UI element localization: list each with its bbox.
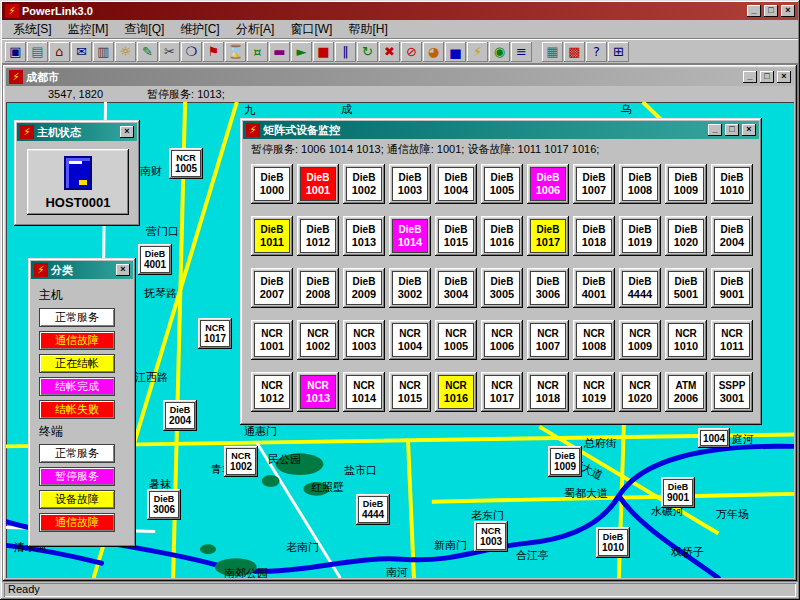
menu-item-3[interactable]: 查询[Q] xyxy=(117,20,171,39)
device-button-dieb-9001[interactable]: DieB9001 xyxy=(711,268,753,308)
device-button-dieb-1004[interactable]: DieB1004 xyxy=(435,164,477,204)
device-button-dieb-1003[interactable]: DieB1003 xyxy=(389,164,431,204)
minimize-button[interactable]: _ xyxy=(747,5,761,17)
clock-icon-button[interactable]: ⌛ xyxy=(225,42,246,62)
device-button-dieb-2007[interactable]: DieB2007 xyxy=(251,268,293,308)
lightning-icon-button[interactable]: ⚡ xyxy=(467,42,488,62)
pie-chart-icon-button[interactable]: ◕ xyxy=(423,42,444,62)
device-button-ncr-1014[interactable]: NCR1014 xyxy=(343,372,385,412)
maximize-button[interactable]: □ xyxy=(764,5,778,17)
device-button-dieb-4444[interactable]: DieB4444 xyxy=(356,494,390,525)
device-button-dieb-1019[interactable]: DieB1019 xyxy=(619,216,661,256)
device-button-ncr-1016[interactable]: NCR1016 xyxy=(435,372,477,412)
map-close-button[interactable]: × xyxy=(777,71,791,83)
device-button-ncr-1002[interactable]: NCR1002 xyxy=(297,320,339,360)
device-button-ncr-1001[interactable]: NCR1001 xyxy=(251,320,293,360)
device-button-ncr-1005[interactable]: NCR1005 xyxy=(435,320,477,360)
device-button-ncr-1002[interactable]: NCR1002 xyxy=(224,446,258,477)
menu-item-6[interactable]: 窗口[W] xyxy=(283,20,339,39)
menu-item-5[interactable]: 分析[A] xyxy=(229,20,282,39)
flag-icon-button[interactable]: ⚑ xyxy=(203,42,224,62)
matrix-maximize-button[interactable]: □ xyxy=(725,124,739,136)
terminal-icon-button[interactable]: ▤ xyxy=(27,42,48,62)
device-button-ncr-1008[interactable]: NCR1008 xyxy=(573,320,615,360)
device-button-dieb-3004[interactable]: DieB3004 xyxy=(435,268,477,308)
host-button[interactable]: HOST0001 xyxy=(27,149,129,215)
device-button-dieb-1007[interactable]: DieB1007 xyxy=(573,164,615,204)
device-button-dieb-1009[interactable]: DieB1009 xyxy=(548,446,582,477)
bar-chart-icon-button[interactable]: ▅ xyxy=(445,42,466,62)
matrix-close-button[interactable]: × xyxy=(742,124,756,136)
legend-titlebar[interactable]: ⚡ 分类 × xyxy=(31,261,133,279)
device-button-dieb-4001[interactable]: DieB4001 xyxy=(138,244,172,275)
device-button-dieb-1001[interactable]: DieB1001 xyxy=(297,164,339,204)
device-button-ncr-1017[interactable]: NCR1017 xyxy=(198,318,232,349)
device-button-ncr-1018[interactable]: NCR1018 xyxy=(527,372,569,412)
map-maximize-button[interactable]: □ xyxy=(760,71,774,83)
menu-item-4[interactable]: 维护[C] xyxy=(173,20,226,39)
lamp-icon-button[interactable]: ☼ xyxy=(115,42,136,62)
device-button-dieb-1009[interactable]: DieB1009 xyxy=(665,164,707,204)
device-button-dieb-1008[interactable]: DieB1008 xyxy=(619,164,661,204)
map-minimize-button[interactable]: _ xyxy=(743,71,757,83)
menu-item-1[interactable]: 系统[S] xyxy=(6,20,59,39)
device-button-ncr-1003[interactable]: NCR1003 xyxy=(474,521,508,552)
help-icon-button[interactable]: ? xyxy=(586,42,607,62)
device-button-dieb-3006[interactable]: DieB3006 xyxy=(147,489,181,520)
search-icon-button[interactable]: ❍ xyxy=(181,42,202,62)
map-icon-button[interactable]: ⌂ xyxy=(49,42,70,62)
host-titlebar[interactable]: ⚡ 主机状态 × xyxy=(17,123,137,141)
device-button-dieb-4444[interactable]: DieB4444 xyxy=(619,268,661,308)
device-button-dieb-1017[interactable]: DieB1017 xyxy=(527,216,569,256)
globe-icon-button[interactable]: ◉ xyxy=(489,42,510,62)
money-icon-button[interactable]: ¤ xyxy=(247,42,268,62)
device-button-1004[interactable]: 1004 xyxy=(698,428,730,448)
device-button-ncr-1004[interactable]: NCR1004 xyxy=(389,320,431,360)
menu-item-2[interactable]: 监控[M] xyxy=(61,20,116,39)
device-button-ncr-1015[interactable]: NCR1015 xyxy=(389,372,431,412)
device-button-dieb-3005[interactable]: DieB3005 xyxy=(481,268,523,308)
device-button-dieb-2004[interactable]: DieB2004 xyxy=(163,400,197,431)
device-button-dieb-2004[interactable]: DieB2004 xyxy=(711,216,753,256)
device-button-ncr-1011[interactable]: NCR1011 xyxy=(711,320,753,360)
device-button-dieb-1018[interactable]: DieB1018 xyxy=(573,216,615,256)
legend-close-button[interactable]: × xyxy=(116,264,130,276)
device-button-dieb-1010[interactable]: DieB1010 xyxy=(711,164,753,204)
device-button-ncr-1010[interactable]: NCR1010 xyxy=(665,320,707,360)
device-button-dieb-1013[interactable]: DieB1013 xyxy=(343,216,385,256)
device-button-ncr-1020[interactable]: NCR1020 xyxy=(619,372,661,412)
device-button-dieb-1010[interactable]: DieB1010 xyxy=(596,527,630,558)
main-titlebar[interactable]: ⚡ PowerLink3.0 _ □ × xyxy=(2,2,798,20)
device-button-dieb-3006[interactable]: DieB3006 xyxy=(527,268,569,308)
device-button-dieb-1012[interactable]: DieB1012 xyxy=(297,216,339,256)
device-button-ncr-1005[interactable]: NCR1005 xyxy=(169,148,203,179)
device-button-dieb-1000[interactable]: DieB1000 xyxy=(251,164,293,204)
device-button-ncr-1019[interactable]: NCR1019 xyxy=(573,372,615,412)
cut-icon-button[interactable]: ✂ xyxy=(159,42,180,62)
device-button-ncr-1017[interactable]: NCR1017 xyxy=(481,372,523,412)
matrix-status-icon-button[interactable]: ▩ xyxy=(564,42,585,62)
matrix-titlebar[interactable]: ⚡ 矩阵式设备监控 _ □ × xyxy=(243,121,759,139)
menu-item-7[interactable]: 帮助[H] xyxy=(341,20,394,39)
device-button-dieb-3002[interactable]: DieB3002 xyxy=(389,268,431,308)
refresh-icon-button[interactable]: ↻ xyxy=(357,42,378,62)
device-button-dieb-1016[interactable]: DieB1016 xyxy=(481,216,523,256)
edit-icon-button[interactable]: ✎ xyxy=(137,42,158,62)
pause-icon-button[interactable]: ‖ xyxy=(335,42,356,62)
window-cascade-icon-button[interactable]: ⊞ xyxy=(608,42,629,62)
device-button-dieb-2009[interactable]: DieB2009 xyxy=(343,268,385,308)
map-titlebar[interactable]: ⚡ 成都市 _ □ × xyxy=(6,68,794,86)
device-button-ncr-1012[interactable]: NCR1012 xyxy=(251,372,293,412)
mail-icon-button[interactable]: ✉ xyxy=(71,42,92,62)
delete-icon-button[interactable]: ✖ xyxy=(379,42,400,62)
device-button-atm-2006[interactable]: ATM2006 xyxy=(665,372,707,412)
device-button-dieb-1005[interactable]: DieB1005 xyxy=(481,164,523,204)
device-button-ncr-1006[interactable]: NCR1006 xyxy=(481,320,523,360)
device-button-dieb-1015[interactable]: DieB1015 xyxy=(435,216,477,256)
forbid-icon-button[interactable]: ⊘ xyxy=(401,42,422,62)
device-button-dieb-1006[interactable]: DieB1006 xyxy=(527,164,569,204)
device-button-sspp-3001[interactable]: SSPP3001 xyxy=(711,372,753,412)
card-icon-button[interactable]: ▬ xyxy=(269,42,290,62)
device-button-dieb-4001[interactable]: DieB4001 xyxy=(573,268,615,308)
device-button-dieb-1014[interactable]: DieB1014 xyxy=(389,216,431,256)
